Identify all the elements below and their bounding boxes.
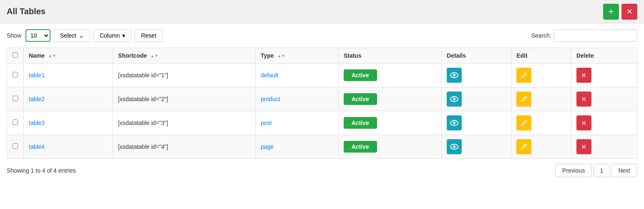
status-badge-1[interactable]: Active (344, 93, 377, 105)
reset-button[interactable]: Reset (135, 29, 163, 42)
row-details-cell-2 (442, 111, 511, 135)
status-badge-3[interactable]: Active (344, 141, 377, 153)
row-checkbox-3[interactable] (13, 143, 18, 149)
shortcode-sort-icon: ▲▼ (150, 54, 158, 58)
column-arrow-icon: ▾ (122, 32, 125, 39)
table-row: table4 [xsdatatable id="4"] page Active (7, 135, 637, 159)
table-row: table1 [xsdatatable id="1"] default Acti… (7, 64, 637, 87)
row-shortcode-0: [xsdatatable id="1"] (113, 64, 256, 87)
close-button[interactable]: ✕ (621, 4, 637, 20)
previous-button[interactable]: Previous (555, 164, 592, 177)
header-status: Status (338, 48, 441, 64)
header-shortcode[interactable]: Shortcode ▲▼ (113, 48, 256, 64)
row-edit-cell-2 (511, 111, 571, 135)
table-header-row: Name ▲▼ Shortcode ▲▼ Type ▲▼ Status Deta… (7, 48, 637, 64)
svg-line-2 (524, 74, 526, 75)
delete-button-0[interactable]: ✕ (576, 68, 591, 83)
row-name-3: table4 (24, 135, 113, 159)
row-checkbox-cell (7, 135, 24, 159)
select-button[interactable]: Select ⌄ (54, 29, 90, 42)
entries-info: Showing 1 to 4 of 4 entries (7, 167, 76, 174)
row-edit-cell-1 (511, 87, 571, 111)
table-container: Name ▲▼ Shortcode ▲▼ Type ▲▼ Status Deta… (0, 48, 644, 159)
row-status-cell-2: Active (338, 111, 441, 135)
row-status-cell-3: Active (338, 135, 441, 159)
row-name-2: table3 (24, 111, 113, 135)
row-type-2: post (255, 111, 338, 135)
svg-point-4 (453, 98, 455, 100)
details-button-0[interactable] (447, 68, 462, 83)
row-status-cell-0: Active (338, 64, 441, 87)
search-label: Search: (531, 32, 551, 39)
header-type[interactable]: Type ▲▼ (255, 48, 338, 64)
show-select[interactable]: 10 25 50 100 (25, 29, 50, 42)
table-row: table2 [xsdatatable id="2"] product Acti… (7, 87, 637, 111)
details-button-3[interactable] (447, 139, 462, 154)
row-delete-cell-2: ✕ (571, 111, 637, 135)
svg-point-7 (453, 122, 455, 124)
select-all-checkbox[interactable] (13, 52, 18, 58)
row-details-cell-3 (442, 135, 511, 159)
page-wrapper: All Tables + ✕ Show 10 25 50 100 Select … (0, 0, 644, 209)
column-button[interactable]: Column ▾ (93, 29, 131, 42)
details-button-2[interactable] (447, 115, 462, 130)
row-checkbox-1[interactable] (13, 96, 18, 101)
delete-button-1[interactable]: ✕ (576, 92, 591, 107)
svg-line-8 (524, 121, 526, 122)
svg-line-11 (524, 145, 526, 146)
details-button-1[interactable] (447, 92, 462, 107)
page-title: All Tables (7, 7, 45, 16)
row-name-0: table1 (24, 64, 113, 87)
header-edit: Edit (511, 48, 571, 64)
column-label: Column (100, 32, 120, 39)
header-delete: Delete (571, 48, 637, 64)
row-shortcode-3: [xsdatatable id="4"] (113, 135, 256, 159)
show-label: Show (7, 32, 21, 39)
row-shortcode-1: [xsdatatable id="2"] (113, 87, 256, 111)
select-chevron-icon: ⌄ (79, 32, 84, 39)
edit-button-2[interactable] (516, 115, 531, 130)
row-checkbox-0[interactable] (13, 72, 18, 77)
search-area: Search: (531, 29, 637, 42)
row-edit-cell-0 (511, 64, 571, 87)
header-actions: + ✕ (603, 4, 637, 20)
table-body: table1 [xsdatatable id="1"] default Acti… (7, 64, 637, 159)
row-details-cell-1 (442, 87, 511, 111)
name-sort-icon: ▲▼ (48, 54, 56, 58)
edit-button-3[interactable] (516, 139, 531, 154)
header-checkbox-cell (7, 48, 24, 64)
row-type-1: product (255, 87, 338, 111)
row-details-cell-0 (442, 64, 511, 87)
row-delete-cell-1: ✕ (571, 87, 637, 111)
row-checkbox-cell (7, 111, 24, 135)
header-name[interactable]: Name ▲▼ (24, 48, 113, 64)
svg-line-5 (524, 97, 526, 99)
row-type-0: default (255, 64, 338, 87)
row-checkbox-2[interactable] (13, 120, 18, 125)
svg-point-10 (453, 145, 455, 148)
next-button[interactable]: Next (611, 164, 637, 177)
table-footer: Showing 1 to 4 of 4 entries Previous 1 N… (0, 159, 644, 182)
delete-button-2[interactable]: ✕ (576, 115, 591, 130)
delete-button-3[interactable]: ✕ (576, 139, 591, 154)
table-row: table3 [xsdatatable id="3"] post Active (7, 111, 637, 135)
svg-point-1 (453, 74, 455, 76)
toolbar: Show 10 25 50 100 Select ⌄ Column ▾ Rese… (0, 23, 644, 48)
select-label: Select (60, 32, 76, 39)
header-details: Details (442, 48, 511, 64)
status-badge-0[interactable]: Active (344, 69, 377, 81)
edit-button-0[interactable] (516, 68, 531, 83)
row-type-3: page (255, 135, 338, 159)
search-input[interactable] (554, 29, 637, 42)
main-table: Name ▲▼ Shortcode ▲▼ Type ▲▼ Status Deta… (7, 48, 637, 159)
row-name-1: table2 (24, 87, 113, 111)
edit-button-1[interactable] (516, 92, 531, 107)
add-button[interactable]: + (603, 4, 619, 20)
page-number: 1 (594, 164, 609, 177)
row-edit-cell-3 (511, 135, 571, 159)
status-badge-2[interactable]: Active (344, 117, 377, 129)
row-checkbox-cell (7, 87, 24, 111)
row-shortcode-2: [xsdatatable id="3"] (113, 111, 256, 135)
reset-label: Reset (141, 32, 156, 39)
type-sort-icon: ▲▼ (277, 54, 285, 58)
